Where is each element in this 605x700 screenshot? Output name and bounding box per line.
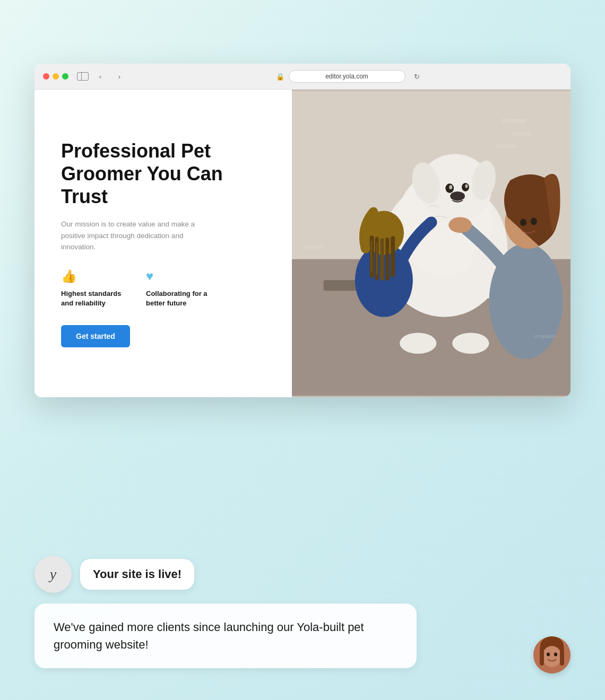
svg-text:trustpaws: trustpaws	[502, 117, 527, 124]
svg-point-30	[448, 217, 472, 233]
svg-rect-24	[370, 241, 372, 272]
browser-window: ‹ › 🔒 editor.yola.com ↻ Professional Pet…	[34, 64, 571, 397]
minimize-button[interactable]	[53, 73, 59, 80]
svg-point-39	[547, 653, 550, 657]
user-avatar	[533, 636, 571, 673]
maximize-button[interactable]	[62, 73, 68, 80]
svg-text:impact: impact	[513, 130, 530, 137]
svg-point-29	[531, 217, 537, 225]
yola-avatar: y	[34, 556, 72, 593]
svg-point-11	[449, 185, 452, 189]
security-icon: 🔒	[276, 73, 284, 81]
close-button[interactable]	[43, 73, 49, 80]
svg-text:simplistic: simplistic	[302, 244, 324, 250]
svg-point-38	[542, 646, 561, 667]
address-bar-wrapper: 🔒 editor.yola.com ↻	[133, 70, 562, 83]
hero-illustration: trustpaws impact hopeful simplistic Unsp…	[292, 90, 571, 397]
testimonial-text: We've gained more clients since launchin…	[54, 618, 397, 653]
svg-text:hopeful: hopeful	[497, 143, 516, 149]
feature-icons: 👍 Highest standards and reliability ♥ Co…	[61, 269, 265, 308]
svg-point-14	[400, 332, 436, 354]
svg-point-28	[520, 218, 526, 226]
hero-subtitle: Our mission is to create value and make …	[61, 218, 210, 253]
svg-point-15	[452, 332, 489, 354]
svg-rect-23	[391, 236, 395, 277]
website-content: Professional Pet Groomer You Can Trust O…	[34, 90, 571, 397]
heart-icon: ♥	[146, 269, 210, 284]
address-bar[interactable]: editor.yola.com	[289, 70, 405, 83]
svg-rect-22	[385, 238, 389, 281]
thumbsup-icon: 👍	[61, 269, 125, 284]
forward-button[interactable]: ›	[112, 71, 127, 82]
feature-label-collaborate: Collaborating for a better future	[146, 289, 210, 308]
svg-rect-25	[376, 242, 377, 275]
website-left-panel: Professional Pet Groomer You Can Trust O…	[34, 90, 292, 397]
svg-rect-21	[380, 238, 384, 280]
testimonial-row: We've gained more clients since launchin…	[34, 603, 571, 668]
traffic-lights	[43, 73, 68, 80]
notification-bubble: Your site is live!	[80, 559, 194, 590]
user-avatar-image	[533, 636, 571, 673]
browser-chrome: ‹ › 🔒 editor.yola.com ↻	[34, 64, 571, 90]
svg-point-40	[554, 653, 557, 657]
url-text: editor.yola.com	[325, 73, 368, 80]
browser-controls: ‹ ›	[77, 71, 127, 82]
site-live-notification: y Your site is live!	[34, 556, 571, 593]
svg-rect-41	[540, 650, 544, 666]
svg-point-13	[450, 191, 465, 201]
reload-button[interactable]: ↻	[414, 73, 420, 81]
testimonial-bubble: We've gained more clients since launchin…	[34, 603, 417, 668]
chat-area: y Your site is live! We've gained more c…	[34, 556, 571, 668]
back-button[interactable]: ‹	[93, 71, 108, 82]
svg-text:Unsplash: Unsplash	[534, 333, 556, 339]
notification-text: Your site is live!	[93, 567, 182, 581]
svg-point-12	[465, 185, 468, 188]
feature-item-collaborate: ♥ Collaborating for a better future	[146, 269, 210, 308]
hero-title: Professional Pet Groomer You Can Trust	[61, 139, 265, 208]
website-hero-image: trustpaws impact hopeful simplistic Unsp…	[292, 90, 571, 397]
feature-label-standards: Highest standards and reliability	[61, 289, 125, 308]
svg-rect-42	[560, 650, 564, 666]
sidebar-toggle-button[interactable]	[77, 72, 89, 81]
get-started-button[interactable]: Get started	[61, 325, 130, 347]
feature-item-standards: 👍 Highest standards and reliability	[61, 269, 125, 308]
